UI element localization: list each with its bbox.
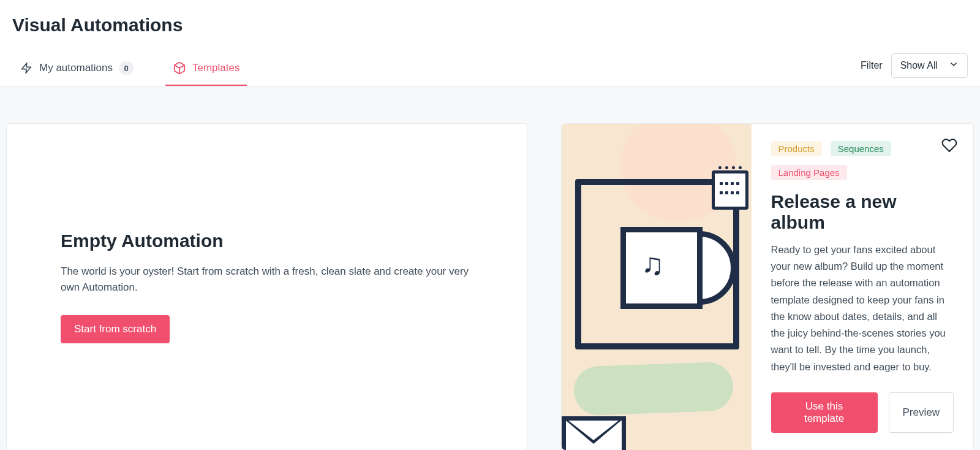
template-description: Ready to get your fans excited about you…: [771, 242, 954, 375]
chevron-down-icon: [949, 59, 959, 72]
tag-sequences[interactable]: Sequences: [831, 141, 891, 156]
template-body: Products Sequences Landing Pages Release…: [752, 124, 974, 450]
filter-selected-value: Show All: [900, 60, 938, 71]
preview-button[interactable]: Preview: [889, 392, 954, 433]
tag-landing-pages[interactable]: Landing Pages: [771, 165, 847, 180]
template-card: ♫ Products Sequences Landing Pages Rele: [561, 123, 974, 450]
empty-automation-card: Empty Automation The world is your oyste…: [6, 123, 527, 450]
tab-my-automations[interactable]: My automations 0: [12, 53, 141, 86]
tabs-row: My automations 0 Templates Filter Show A…: [12, 53, 968, 86]
automations-count-badge: 0: [119, 61, 134, 75]
page-title: Visual Automations: [12, 15, 968, 36]
template-illustration: ♫: [562, 124, 752, 450]
empty-card-title: Empty Automation: [61, 231, 473, 251]
lightning-icon: [20, 61, 33, 75]
empty-card-description: The world is your oyster! Start from scr…: [61, 264, 473, 296]
start-from-scratch-button[interactable]: Start from scratch: [61, 315, 170, 343]
box-icon: [173, 61, 186, 75]
tag-products[interactable]: Products: [771, 141, 822, 156]
envelope-icon: [562, 416, 626, 450]
calendar-icon: [712, 170, 748, 210]
content-area: Empty Automation The world is your oyste…: [0, 86, 980, 450]
tab-label: My automations: [39, 62, 113, 74]
tabs: My automations 0 Templates: [12, 53, 271, 86]
tag-row: Products Sequences Landing Pages: [771, 141, 954, 180]
template-title: Release a new album: [771, 191, 954, 233]
tab-label: Templates: [192, 62, 239, 74]
filter-select[interactable]: Show All: [891, 53, 968, 78]
music-note-icon: ♫: [641, 246, 665, 282]
tab-templates[interactable]: Templates: [165, 53, 247, 86]
use-template-button[interactable]: Use this template: [771, 392, 878, 433]
filter-label: Filter: [861, 60, 883, 71]
template-actions: Use this template Preview: [771, 392, 954, 433]
favorite-heart-icon[interactable]: [941, 137, 957, 156]
svg-marker-0: [22, 63, 31, 74]
filter-group: Filter Show All: [861, 53, 968, 85]
